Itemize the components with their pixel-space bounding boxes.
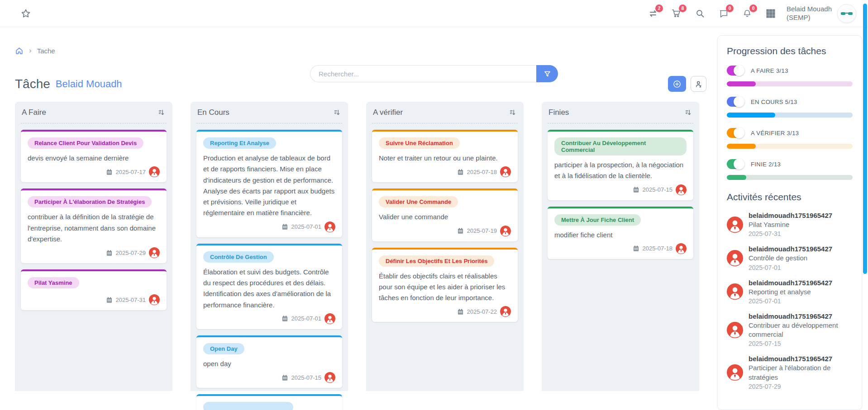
sort-icon[interactable] bbox=[684, 108, 692, 117]
activity-avatar bbox=[727, 217, 743, 233]
activities-title: Activités récentes bbox=[727, 192, 853, 203]
progress-toggle[interactable] bbox=[727, 66, 744, 75]
activity-avatar bbox=[727, 364, 743, 381]
cart-badge: 8 bbox=[679, 5, 687, 12]
progress-item: FINIE 2/13 bbox=[727, 159, 853, 180]
task-date: 2025-07-15 bbox=[291, 374, 322, 381]
task-card[interactable]: Participer À L'élaboration De Stratégies… bbox=[21, 189, 167, 263]
task-date: 2025-07-15 bbox=[643, 186, 673, 193]
search-input[interactable] bbox=[310, 65, 536, 82]
page-subtitle: Belaid Mouadh bbox=[56, 78, 122, 90]
task-text: Noter et traiter un retour ou une plaint… bbox=[379, 153, 511, 164]
task-card[interactable]: Valider Une Commande Valider une command… bbox=[372, 189, 518, 241]
assignee-avatar bbox=[324, 221, 335, 232]
task-text: Établir des objectifs clairs et réalisab… bbox=[379, 271, 511, 304]
task-text: modifier fiche client bbox=[554, 230, 687, 240]
activity-date: 2025-07-01 bbox=[749, 264, 832, 271]
page-title: Tâche bbox=[15, 77, 50, 91]
sort-icon[interactable] bbox=[333, 108, 341, 117]
activity-action: Reporting et analyse bbox=[749, 287, 832, 297]
main-area: › Tache Tâche Belaid Mouadh bbox=[0, 27, 708, 410]
column-header: En Cours bbox=[196, 102, 342, 123]
task-card[interactable]: Contrôle De Gestion Élaboration et suivi… bbox=[196, 244, 342, 329]
progress-title: Progression des tâches bbox=[727, 46, 853, 57]
task-card[interactable] bbox=[196, 394, 342, 410]
task-tag: Participer À L'élaboration De Stratégies bbox=[28, 196, 152, 207]
task-card[interactable]: Définir Les Objectifs Et Les Priorités É… bbox=[372, 248, 518, 322]
task-card[interactable]: Open Day open day 2025-07-15 bbox=[196, 335, 342, 388]
task-date: 2025-07-29 bbox=[116, 250, 146, 256]
search-icon[interactable] bbox=[694, 8, 706, 19]
progress-toggle[interactable] bbox=[727, 128, 744, 138]
task-tag: Open Day bbox=[203, 343, 244, 354]
progress-bar-fill bbox=[727, 175, 746, 180]
task-text: open day bbox=[203, 358, 335, 369]
column-cards: Suivre Une Réclamation Noter et traiter … bbox=[372, 130, 518, 322]
assign-user-button[interactable] bbox=[691, 76, 706, 92]
task-footer: 2025-07-29 bbox=[28, 247, 160, 258]
progress-label: FINIE 2/13 bbox=[751, 161, 781, 168]
activity-date: 2025-07-01 bbox=[749, 297, 832, 305]
page-scrollbar[interactable] bbox=[863, 4, 867, 274]
task-card[interactable]: Mettre À Jour Fiche Client modifier fich… bbox=[548, 207, 693, 259]
user-menu[interactable]: Belaid Mouadh (SEMP) bbox=[787, 4, 856, 23]
activity-list: belaidmouadh1751965427 Pilat Yasmine 202… bbox=[727, 212, 853, 390]
progress-item: EN COURS 5/13 bbox=[727, 97, 853, 118]
task-card[interactable]: Reporting Et Analyse Production et analy… bbox=[196, 130, 342, 237]
task-footer: 2025-07-15 bbox=[554, 184, 687, 195]
task-date: 2025-07-22 bbox=[467, 308, 497, 315]
home-icon[interactable] bbox=[15, 47, 24, 55]
activity-item: belaidmouadh1751965427 Pilat Yasmine 202… bbox=[727, 212, 853, 237]
task-tag: Contrôle De Gestion bbox=[203, 251, 274, 263]
calendar-icon bbox=[106, 297, 113, 303]
task-card[interactable]: Relance Client Pour Validation Devis dev… bbox=[21, 130, 167, 182]
cart-icon[interactable]: 8 bbox=[671, 8, 682, 19]
navbar: 2 8 0 0 bbox=[0, 0, 868, 27]
favorite-star-icon[interactable] bbox=[20, 8, 32, 19]
task-tag: Valider Une Commande bbox=[379, 196, 458, 207]
task-card[interactable]: Contribuer Au Développement Commercial p… bbox=[548, 130, 693, 200]
activity-item: belaidmouadh1751965427 Contribuer au dév… bbox=[727, 312, 853, 348]
progress-bar bbox=[727, 144, 853, 149]
calendar-icon bbox=[281, 315, 288, 322]
activity-avatar bbox=[727, 283, 743, 300]
sort-icon[interactable] bbox=[509, 108, 517, 117]
bell-icon[interactable]: 0 bbox=[741, 8, 753, 19]
task-card[interactable]: Suivre Une Réclamation Noter et traiter … bbox=[372, 130, 518, 182]
progress-list: A FAIRE 3/13 EN COURS 5/13 A VÉRIFIER 3/… bbox=[727, 66, 853, 180]
breadcrumb: › Tache bbox=[15, 46, 708, 55]
activity-action: Contribuer au développement commercial bbox=[749, 321, 853, 339]
kanban-board: A Faire Relance Client Pour Validation D… bbox=[15, 102, 699, 391]
sort-icon[interactable] bbox=[157, 108, 166, 117]
assignee-avatar bbox=[324, 313, 335, 324]
task-tag: Relance Client Pour Validation Devis bbox=[28, 137, 143, 149]
user-avatar[interactable] bbox=[837, 4, 856, 23]
breadcrumb-separator: › bbox=[29, 46, 32, 55]
task-card[interactable]: Pilat Yasmine 2025-07-31 bbox=[21, 269, 167, 310]
apps-grid-icon[interactable] bbox=[765, 8, 777, 19]
task-footer: 2025-07-01 bbox=[203, 313, 335, 324]
task-text: Élaboration et suivi des budgets. Contrô… bbox=[203, 267, 335, 311]
search-bar bbox=[310, 65, 558, 82]
activity-date: 2025-07-29 bbox=[749, 383, 853, 390]
add-task-button[interactable] bbox=[668, 76, 686, 92]
assignee-avatar bbox=[149, 166, 160, 177]
assignee-avatar bbox=[149, 294, 160, 305]
progress-toggle[interactable] bbox=[727, 97, 744, 107]
task-date: 2025-07-17 bbox=[116, 169, 146, 175]
bell-badge: 0 bbox=[749, 5, 757, 12]
task-tag: Suivre Une Réclamation bbox=[379, 137, 460, 149]
progress-toggle[interactable] bbox=[727, 159, 744, 169]
chat-icon[interactable]: 0 bbox=[718, 8, 730, 19]
column-header: Finies bbox=[548, 102, 693, 123]
progress-label: EN COURS 5/13 bbox=[751, 99, 797, 105]
task-text: contribuer à la définition de la stratég… bbox=[28, 212, 160, 245]
task-footer: 2025-07-31 bbox=[28, 294, 160, 305]
activity-body: belaidmouadh1751965427 Participer à l'él… bbox=[749, 355, 853, 390]
task-footer: 2025-07-15 bbox=[203, 372, 335, 383]
swap-icon[interactable]: 2 bbox=[647, 8, 659, 19]
navbar-icons: 2 8 0 0 bbox=[647, 8, 777, 19]
kanban-column: A Faire Relance Client Pour Validation D… bbox=[15, 102, 172, 391]
filter-button[interactable] bbox=[536, 65, 558, 82]
task-tag: Reporting Et Analyse bbox=[203, 137, 276, 149]
